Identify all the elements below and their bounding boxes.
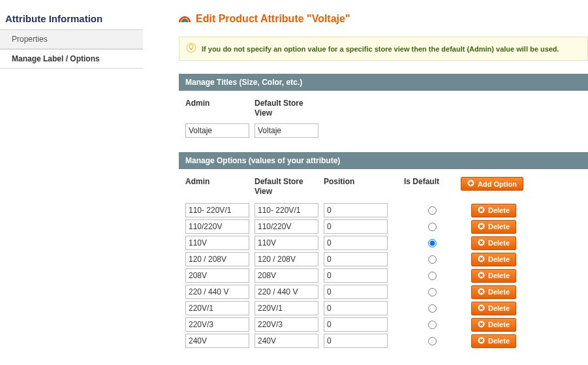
svg-rect-2 — [191, 49, 193, 50]
option-position-input[interactable] — [324, 203, 388, 217]
option-position-input[interactable] — [324, 219, 388, 234]
option-store-input[interactable] — [255, 268, 318, 283]
option-position-input[interactable] — [324, 317, 388, 332]
option-isdefault-radio[interactable] — [428, 321, 437, 329]
add-option-label: Add Option — [478, 180, 517, 188]
option-admin-input[interactable] — [185, 219, 249, 234]
main-content: Edit Product Attribute "Voltaje" If you … — [143, 0, 588, 350]
delete-icon — [478, 239, 485, 247]
option-store-input[interactable] — [255, 285, 318, 299]
delete-option-button[interactable]: Delete — [471, 236, 516, 250]
titles-col-admin-header: Admin — [185, 99, 249, 118]
delete-icon — [478, 288, 485, 296]
delete-label: Delete — [488, 321, 510, 328]
option-isdefault-radio[interactable] — [428, 239, 437, 247]
option-store-input[interactable] — [255, 334, 318, 348]
option-position-input[interactable] — [324, 334, 388, 348]
delete-icon — [478, 206, 485, 215]
option-admin-input[interactable] — [185, 301, 249, 315]
sidebar: Attribute Information PropertiesManage L… — [0, 0, 143, 350]
options-col-isdefault-header: Is Default — [382, 177, 461, 197]
option-row: Delete — [185, 203, 581, 217]
options-section-header: Manage Options (values of your attribute… — [179, 152, 588, 169]
rainbow-icon — [179, 14, 191, 25]
option-admin-input[interactable] — [185, 236, 249, 250]
option-admin-input[interactable] — [185, 317, 249, 332]
option-row: Delete — [185, 252, 581, 266]
options-header-row: Admin Default Store View Position Is Def… — [185, 177, 581, 197]
delete-option-button[interactable]: Delete — [471, 318, 516, 332]
option-row: Delete — [185, 268, 581, 283]
option-isdefault-radio[interactable] — [428, 288, 437, 296]
delete-option-button[interactable]: Delete — [471, 204, 516, 217]
delete-option-button[interactable]: Delete — [471, 220, 516, 234]
option-isdefault-radio[interactable] — [428, 272, 437, 280]
svg-point-1 — [189, 44, 193, 49]
delete-option-button[interactable]: Delete — [471, 302, 516, 315]
option-store-input[interactable] — [255, 203, 318, 217]
option-row: Delete — [185, 301, 581, 315]
page-title-row: Edit Product Attribute "Voltaje" — [179, 13, 588, 25]
options-col-position-header: Position — [313, 177, 382, 197]
delete-icon — [478, 337, 485, 345]
delete-label: Delete — [488, 288, 510, 296]
delete-label: Delete — [488, 206, 510, 214]
info-message: If you do not specify an option value fo… — [179, 37, 588, 61]
option-admin-input[interactable] — [185, 285, 249, 299]
titles-grid: Admin Default Store View — [179, 99, 588, 152]
option-row: Delete — [185, 219, 581, 234]
delete-label: Delete — [488, 239, 510, 247]
add-option-button[interactable]: Add Option — [461, 177, 523, 191]
plus-icon — [467, 180, 474, 188]
option-store-input[interactable] — [255, 252, 318, 266]
delete-option-button[interactable]: Delete — [471, 285, 516, 299]
sidebar-tab-properties[interactable]: Properties — [0, 29, 143, 49]
option-admin-input[interactable] — [185, 268, 249, 283]
option-position-input[interactable] — [324, 236, 388, 250]
option-isdefault-radio[interactable] — [428, 337, 437, 345]
option-store-input[interactable] — [255, 317, 318, 332]
delete-label: Delete — [488, 337, 510, 345]
titles-store-input[interactable] — [255, 123, 318, 138]
titles-admin-input[interactable] — [185, 123, 249, 138]
titles-col-store-header: Default Store View — [255, 99, 313, 118]
option-row: Delete — [185, 334, 581, 348]
option-isdefault-radio[interactable] — [428, 255, 437, 264]
sidebar-title: Attribute Information — [0, 13, 143, 29]
option-admin-input[interactable] — [185, 334, 249, 348]
delete-label: Delete — [488, 223, 510, 230]
info-message-text: If you do not specify an option value fo… — [202, 45, 559, 53]
option-isdefault-radio[interactable] — [428, 223, 437, 231]
option-position-input[interactable] — [324, 268, 388, 283]
option-position-input[interactable] — [324, 252, 388, 266]
delete-option-button[interactable]: Delete — [471, 253, 516, 266]
titles-section-header: Manage Titles (Size, Color, etc.) — [179, 74, 588, 91]
option-row: Delete — [185, 317, 581, 332]
option-store-input[interactable] — [255, 219, 318, 234]
option-isdefault-radio[interactable] — [428, 206, 437, 215]
option-store-input[interactable] — [255, 236, 318, 250]
lightbulb-icon — [186, 42, 196, 55]
option-isdefault-radio[interactable] — [428, 304, 437, 313]
option-position-input[interactable] — [324, 301, 388, 315]
delete-icon — [478, 223, 485, 231]
options-col-admin-header: Admin — [185, 177, 255, 197]
delete-label: Delete — [488, 272, 510, 279]
option-row: Delete — [185, 285, 581, 299]
delete-icon — [478, 304, 485, 313]
delete-icon — [478, 272, 485, 280]
option-position-input[interactable] — [324, 285, 388, 299]
delete-option-button[interactable]: Delete — [471, 334, 516, 348]
delete-label: Delete — [488, 304, 510, 312]
option-store-input[interactable] — [255, 301, 318, 315]
delete-icon — [478, 321, 485, 329]
options-col-store-header: Default Store View — [255, 177, 313, 197]
option-admin-input[interactable] — [185, 252, 249, 266]
page-title: Edit Product Attribute "Voltaje" — [196, 13, 350, 25]
delete-option-button[interactable]: Delete — [471, 269, 516, 283]
option-row: Delete — [185, 236, 581, 250]
option-admin-input[interactable] — [185, 203, 249, 217]
delete-label: Delete — [488, 255, 510, 263]
sidebar-tab-manage-label-options[interactable]: Manage Label / Options — [0, 49, 143, 69]
delete-icon — [478, 255, 485, 264]
